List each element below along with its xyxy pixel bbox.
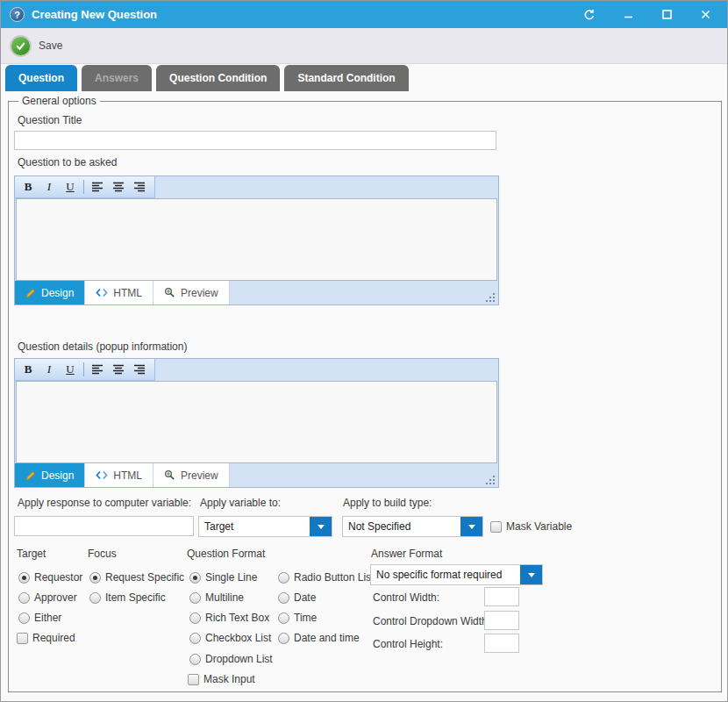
radio-icon (89, 592, 101, 604)
checkbox-icon (17, 633, 28, 644)
align-right-button[interactable] (130, 361, 149, 378)
align-center-icon (112, 364, 125, 375)
question-format-heading: Question Format (187, 548, 265, 560)
maximize-icon (662, 10, 672, 19)
radio-multiline[interactable]: Multiline (189, 591, 244, 605)
question-title-input[interactable] (14, 131, 496, 150)
align-center-button[interactable] (109, 361, 128, 378)
align-right-button[interactable] (130, 178, 149, 196)
save-check-icon (10, 35, 32, 57)
radio-icon (278, 633, 289, 644)
radio-checkbox-list[interactable]: Checkbox List (189, 631, 271, 645)
minimize-button[interactable] (615, 5, 641, 25)
preview-mode-tab[interactable]: Preview (153, 281, 230, 304)
required-checkbox[interactable]: Required (17, 631, 75, 645)
details-editor-content[interactable] (16, 381, 497, 463)
radio-icon (18, 592, 30, 604)
mask-input-checkbox[interactable]: Mask Input (188, 672, 255, 686)
radio-item-specific[interactable]: Item Specific (89, 591, 166, 605)
align-center-button[interactable] (109, 178, 128, 196)
align-center-icon (112, 182, 125, 192)
radio-icon (189, 612, 201, 624)
align-right-icon (133, 364, 146, 375)
tab-answers: Answers (82, 65, 152, 91)
resize-grip-icon (486, 293, 495, 302)
radio-date-and-time[interactable]: Date and time (278, 631, 360, 645)
target-heading: Target (17, 548, 46, 560)
question-asked-label: Question to be asked (18, 156, 117, 168)
radio-time[interactable]: Time (278, 611, 317, 625)
apply-build-select[interactable]: Not Specified (342, 516, 483, 537)
radio-icon (278, 592, 289, 604)
details-editor: B I U (14, 358, 499, 488)
editor-toolbar: B I U (15, 359, 498, 381)
editor-mode-bar: Design HTML Preview (15, 463, 498, 487)
control-width-input[interactable] (484, 587, 519, 606)
checkbox-icon (490, 521, 502, 533)
mask-variable-checkbox[interactable]: Mask Variable (490, 519, 572, 534)
answer-format-select[interactable]: No specific format required (370, 564, 543, 585)
control-height-input[interactable] (484, 634, 519, 653)
italic-button[interactable]: I (39, 178, 59, 196)
radio-icon (89, 572, 101, 584)
apply-response-input[interactable] (14, 516, 194, 536)
editor-mode-bar: Design HTML Preview (15, 281, 498, 304)
magnifier-icon (164, 469, 175, 481)
chevron-down-icon[interactable] (520, 565, 542, 584)
refresh-icon (583, 9, 596, 21)
resize-grip[interactable] (482, 473, 498, 487)
tab-bar: Question Answers Question Condition Stan… (1, 64, 727, 91)
question-title-label: Question Title (18, 114, 82, 126)
radio-icon (189, 633, 201, 644)
editor-toolbar: B I U (15, 176, 498, 198)
bold-button[interactable]: B (18, 178, 38, 196)
italic-button[interactable]: I (39, 361, 59, 378)
maximize-button[interactable] (653, 5, 680, 25)
radio-icon (189, 654, 201, 665)
radio-icon (189, 592, 201, 604)
radio-either[interactable]: Either (18, 611, 61, 625)
underline-button[interactable]: U (61, 178, 80, 196)
close-button[interactable] (692, 5, 718, 25)
radio-approver[interactable]: Approver (18, 591, 77, 605)
radio-icon (189, 572, 201, 584)
tab-standard-condition[interactable]: Standard Condition (284, 65, 408, 91)
tab-question[interactable]: Question (5, 65, 77, 91)
question-editor-content[interactable] (16, 198, 497, 281)
apply-response-label: Apply response to computer variable: (18, 497, 191, 509)
radio-dropdown-list[interactable]: Dropdown List (189, 652, 273, 666)
resize-grip[interactable] (482, 290, 498, 304)
design-mode-tab[interactable]: Design (15, 463, 85, 487)
underline-button[interactable]: U (61, 361, 80, 378)
refresh-button[interactable] (576, 5, 603, 25)
control-width-label: Control Width: (373, 591, 439, 604)
bold-button[interactable]: B (18, 361, 38, 378)
radio-radio-button-list[interactable]: Radio Button List (278, 570, 374, 584)
save-label: Save (39, 39, 62, 52)
radio-rich-text-box[interactable]: Rich Text Box (189, 611, 269, 625)
minimize-icon (624, 10, 633, 19)
action-toolbar: Save (1, 28, 727, 64)
toolbar-separator (83, 180, 84, 194)
html-mode-tab[interactable]: HTML (85, 281, 153, 304)
design-mode-tab[interactable]: Design (15, 281, 85, 304)
radio-request-specific[interactable]: Request Specific (89, 570, 184, 584)
align-left-button[interactable] (88, 178, 107, 196)
window-title: Creating New Question (32, 8, 157, 21)
preview-mode-tab[interactable]: Preview (153, 463, 230, 487)
radio-requestor[interactable]: Requestor (18, 570, 82, 584)
align-right-icon (133, 182, 146, 192)
align-left-icon (91, 364, 103, 375)
chevron-down-icon[interactable] (310, 517, 332, 536)
align-left-button[interactable] (88, 361, 107, 378)
apply-variable-select[interactable]: Target (198, 516, 332, 537)
chevron-down-icon[interactable] (460, 517, 482, 536)
html-mode-tab[interactable]: HTML (85, 463, 153, 487)
titlebar: ? Creating New Question (1, 1, 727, 28)
code-icon (96, 288, 108, 297)
radio-date[interactable]: Date (278, 591, 316, 605)
control-dropdown-width-input[interactable] (484, 611, 519, 630)
tab-question-condition[interactable]: Question Condition (156, 65, 280, 91)
save-button[interactable]: Save (10, 35, 62, 57)
radio-single-line[interactable]: Single Line (189, 570, 257, 584)
